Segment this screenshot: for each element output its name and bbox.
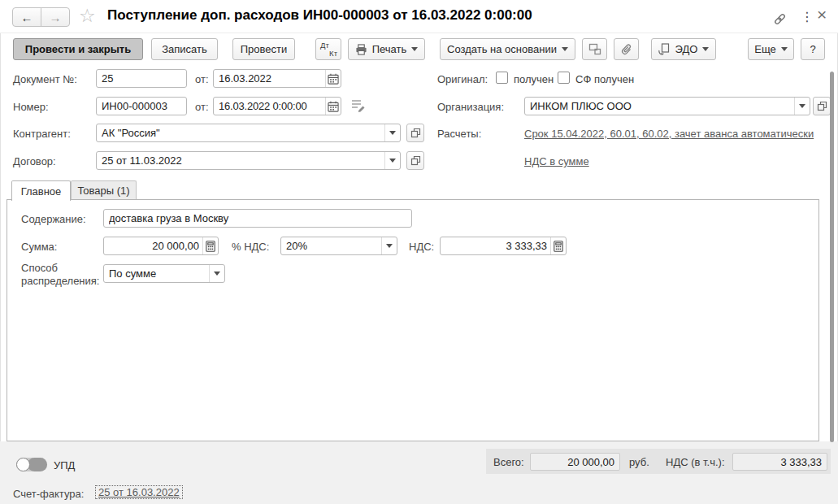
main-tab-panel <box>7 199 819 441</box>
doc-no-value: 25 <box>102 72 181 85</box>
dt-kt-button[interactable]: Дт Кт <box>315 38 341 60</box>
toggle-knob <box>16 458 30 471</box>
total-value: 20 000,00 <box>530 453 620 471</box>
calendar-icon[interactable] <box>325 98 341 115</box>
chevron-down-icon <box>702 47 709 51</box>
more-actions-button[interactable]: Еще <box>748 38 794 60</box>
number-date-field[interactable]: 16.03.2022 0:00:00 <box>213 97 341 115</box>
edo-document-icon <box>658 43 671 55</box>
more-actions-label: Еще <box>754 43 775 55</box>
edo-label: ЭДО <box>675 43 698 55</box>
contract-open-button[interactable] <box>406 151 424 170</box>
distribution-select[interactable]: По сумме <box>103 264 225 283</box>
calendar-icon[interactable] <box>325 70 341 87</box>
kt-label: Кт <box>329 49 337 58</box>
attachments-button[interactable] <box>614 38 639 60</box>
related-documents-button[interactable] <box>582 38 607 60</box>
amount-field[interactable]: 20 000,00 <box>103 237 219 255</box>
journal-entries-icon[interactable] <box>350 98 366 112</box>
amount-label: Сумма: <box>21 241 57 253</box>
vat-amount-field[interactable]: 3 333,33 <box>440 237 567 255</box>
title-bar: ← → ☆ Поступление доп. расходов ИН00-000… <box>0 0 838 33</box>
create-based-on-label: Создать на основании <box>447 43 557 55</box>
chevron-down-icon <box>411 47 418 51</box>
content-field[interactable]: доставка груза в Москву <box>103 209 412 228</box>
contract-field[interactable]: 25 от 11.03.2022 <box>96 151 401 170</box>
favorite-star-icon[interactable]: ☆ <box>79 5 96 27</box>
vat-incl-value: 3 333,33 <box>732 453 827 471</box>
vat-mode-link[interactable]: НДС в сумме <box>524 155 589 167</box>
tab-main[interactable]: Главное <box>11 180 71 201</box>
number-field[interactable]: ИН00-000003 <box>96 97 187 115</box>
get-link-icon[interactable] <box>773 12 787 26</box>
chevron-down-icon[interactable] <box>384 124 400 141</box>
settlements-label: Расчеты: <box>437 128 481 140</box>
chevron-down-icon[interactable] <box>384 152 400 169</box>
original-received-checkbox[interactable] <box>496 72 508 84</box>
contract-label: Договор: <box>13 155 56 167</box>
sf-received-label[interactable]: СФ получен <box>575 73 634 85</box>
back-button[interactable]: ← <box>12 7 41 27</box>
organization-label: Организация: <box>437 101 504 113</box>
distribution-value: По сумме <box>109 267 206 280</box>
tab-goods[interactable]: Товары (1) <box>71 180 137 199</box>
back-icon: ← <box>21 11 33 24</box>
vat-incl-label: НДС (в т.ч.): <box>666 456 725 468</box>
chevron-down-icon[interactable] <box>794 98 810 115</box>
dt-label: Дт <box>320 41 329 50</box>
upd-label[interactable]: УПД <box>54 459 75 471</box>
page-title: Поступление доп. расходов ИН00-000003 от… <box>107 7 532 24</box>
post-button[interactable]: Провести <box>232 38 295 60</box>
total-label: Всего: <box>493 456 524 468</box>
chevron-down-icon[interactable] <box>209 265 224 282</box>
upd-toggle[interactable] <box>16 458 47 471</box>
create-based-on-button[interactable]: Создать на основании <box>440 38 575 60</box>
tab-goods-label: Товары (1) <box>77 185 129 197</box>
toggle-fill <box>28 458 47 471</box>
settlements-link[interactable]: Срок 15.04.2022, 60.01, 60.02, зачет ава… <box>524 128 814 140</box>
open-icon <box>410 128 421 138</box>
help-button[interactable]: ? <box>801 38 825 60</box>
edo-button[interactable]: ЭДО <box>651 38 716 60</box>
tab-main-label: Главное <box>21 185 62 198</box>
vat-label: НДС: <box>409 241 434 253</box>
chevron-down-icon[interactable] <box>381 237 397 254</box>
doc-no-field[interactable]: 25 <box>96 69 187 88</box>
vat-incl-amount: 3 333,33 <box>780 456 822 468</box>
more-menu-icon[interactable]: ⋮ <box>801 9 814 24</box>
amount-value: 20 000,00 <box>109 240 199 252</box>
invoice-link[interactable]: 25 от 16.03.2022 <box>95 485 183 499</box>
number-value: ИН00-000003 <box>102 100 181 112</box>
contractor-value: АК "Россия" <box>102 127 381 139</box>
vertical-scrollbar[interactable] <box>830 72 834 442</box>
content-value: доставка груза в Москву <box>109 212 406 224</box>
contractor-open-button[interactable] <box>406 124 424 142</box>
print-button[interactable]: Печать <box>348 38 425 60</box>
calculator-icon[interactable] <box>550 237 566 254</box>
doc-date-field[interactable]: 16.03.2022 <box>213 69 341 88</box>
invoice-label: Счет-фактура: <box>13 488 84 500</box>
post-and-close-button[interactable]: Провести и закрыть <box>13 38 143 60</box>
doc-date-value: 16.03.2022 <box>219 72 322 85</box>
vat-rate-select[interactable]: 20% <box>280 237 397 255</box>
organization-field[interactable]: ИНКОМ ПЛЮС ООО <box>524 97 810 115</box>
organization-open-button[interactable] <box>813 97 831 115</box>
open-icon <box>410 155 421 166</box>
calculator-icon[interactable] <box>202 237 218 254</box>
contractor-field[interactable]: АК "Россия" <box>96 124 401 142</box>
printer-icon <box>355 44 367 55</box>
original-received-label[interactable]: получен <box>514 73 554 85</box>
doc-no-label: Документ №: <box>13 73 77 85</box>
close-icon[interactable]: × <box>817 5 827 24</box>
paperclip-icon <box>621 43 632 56</box>
save-button[interactable]: Записать <box>151 38 218 60</box>
currency-label: руб. <box>629 456 649 468</box>
content-label: Содержание: <box>21 213 86 225</box>
post-and-close-label: Провести и закрыть <box>25 43 131 55</box>
save-label: Записать <box>162 43 207 55</box>
forward-button[interactable]: → <box>41 7 70 27</box>
original-label: Оригинал: <box>437 73 488 85</box>
number-date-label: от: <box>195 101 209 113</box>
sf-received-checkbox[interactable] <box>558 72 570 84</box>
structure-icon <box>588 43 601 55</box>
